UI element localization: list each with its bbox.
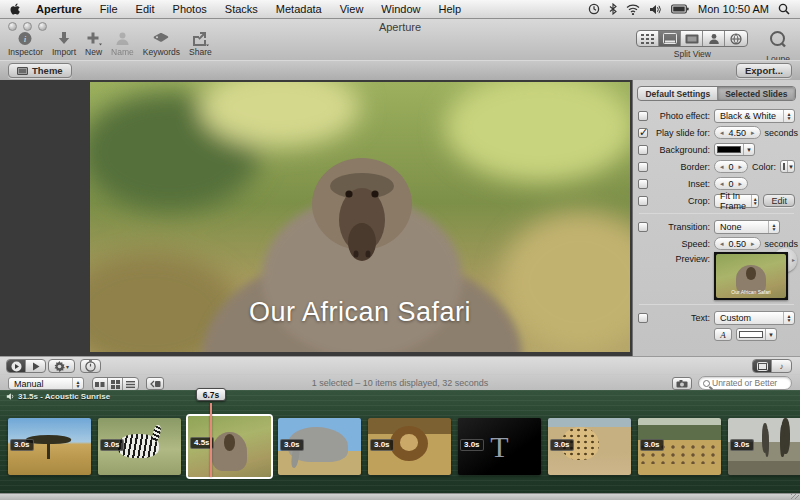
search-input[interactable] bbox=[712, 378, 782, 388]
photo-effect-select[interactable]: Black & White ▲▼ bbox=[714, 109, 795, 123]
viewer-button[interactable] bbox=[681, 31, 703, 46]
slideshow-action-menu[interactable]: ▾ bbox=[48, 359, 75, 373]
name-button[interactable]: Name bbox=[111, 31, 134, 57]
menu-item-edit[interactable]: Edit bbox=[127, 3, 164, 15]
menu-item-window[interactable]: Window bbox=[372, 3, 429, 15]
stepper-decrement-icon[interactable]: ◂ bbox=[720, 180, 724, 188]
text-label: Text: bbox=[652, 313, 710, 323]
search-field[interactable] bbox=[698, 376, 792, 390]
spotlight-icon[interactable] bbox=[778, 3, 790, 15]
border-stepper[interactable]: ◂ 0 ▸ bbox=[714, 160, 748, 173]
timeline-thumbnail[interactable]: 3.0s bbox=[278, 418, 361, 475]
menu-item-stacks[interactable]: Stacks bbox=[216, 3, 267, 15]
transition-checkbox[interactable] bbox=[638, 222, 648, 232]
menu-item-file[interactable]: File bbox=[91, 3, 127, 15]
audio-track[interactable]: 31.5s - Acoustic Sunrise bbox=[6, 392, 110, 401]
timeline-thumbnail[interactable]: 3.0s bbox=[728, 418, 800, 475]
stepper-increment-icon[interactable]: ▸ bbox=[739, 163, 743, 171]
swatch-arrow-icon[interactable]: ▼ bbox=[743, 144, 754, 155]
border-checkbox[interactable] bbox=[638, 162, 648, 172]
wifi-icon[interactable] bbox=[626, 4, 640, 15]
duration-button[interactable] bbox=[80, 359, 101, 373]
keywords-button[interactable]: Keywords bbox=[143, 31, 180, 57]
background-checkbox[interactable] bbox=[638, 145, 648, 155]
bluetooth-icon[interactable] bbox=[609, 3, 617, 15]
text-select[interactable]: Custom ▲▼ bbox=[714, 311, 795, 325]
inset-stepper[interactable]: ◂ 0 ▸ bbox=[714, 177, 748, 190]
crop-row: Crop: Fit In Frame ▲▼ Edit bbox=[633, 192, 800, 209]
timeline-thumbnail[interactable]: 3.0s bbox=[98, 418, 181, 475]
crop-select[interactable]: Fit In Frame ▲▼ bbox=[714, 194, 759, 208]
search-icon bbox=[703, 380, 710, 387]
stepper-decrement-icon[interactable]: ◂ bbox=[720, 163, 724, 171]
direction-right-icon[interactable]: ▸ bbox=[792, 256, 795, 263]
playhead-time-badge[interactable]: 6.7s bbox=[196, 388, 226, 401]
swatch-arrow-icon[interactable]: ▼ bbox=[787, 161, 794, 172]
timeline-thumbnail-selected[interactable]: 4.5s bbox=[188, 416, 271, 477]
timeline-thumbnail[interactable]: 3.0s bbox=[368, 418, 451, 475]
close-window-button[interactable] bbox=[8, 22, 17, 31]
places-button[interactable] bbox=[725, 31, 747, 46]
zoom-window-button[interactable] bbox=[38, 22, 47, 31]
menu-item-aperture[interactable]: Aperture bbox=[27, 3, 91, 15]
timeline-thumbnail[interactable]: 3.0s bbox=[548, 418, 631, 475]
slide-photo[interactable]: Our African Safari bbox=[90, 82, 630, 352]
browser-view-button[interactable] bbox=[637, 31, 659, 46]
battery-icon[interactable] bbox=[671, 4, 689, 14]
play-slideshow-button[interactable] bbox=[7, 360, 26, 372]
import-filter-button[interactable] bbox=[672, 377, 692, 390]
background-color-well[interactable]: ▼ bbox=[714, 143, 755, 156]
transition-select[interactable]: None ▲▼ bbox=[714, 220, 780, 234]
background-swatch bbox=[717, 146, 741, 153]
speed-row: Speed: ◂ 0.50 ▸ seconds bbox=[633, 235, 800, 252]
inset-checkbox[interactable] bbox=[638, 179, 648, 189]
stepper-decrement-icon[interactable]: ◂ bbox=[720, 129, 724, 137]
apple-menu[interactable] bbox=[0, 3, 27, 16]
font-button[interactable]: A bbox=[714, 328, 732, 341]
time-machine-icon[interactable] bbox=[588, 3, 600, 15]
tab-default-settings[interactable]: Default Settings bbox=[638, 87, 718, 100]
faces-button[interactable] bbox=[703, 31, 725, 46]
playhead-line[interactable] bbox=[210, 403, 212, 477]
export-button[interactable]: Export... bbox=[736, 63, 792, 78]
stepper-increment-icon[interactable]: ▸ bbox=[751, 240, 755, 248]
resize-grip-icon[interactable] bbox=[791, 494, 799, 499]
share-button[interactable]: Share bbox=[189, 31, 212, 57]
minimize-window-button[interactable] bbox=[23, 22, 32, 31]
speed-stepper[interactable]: ◂ 0.50 ▸ bbox=[714, 237, 761, 250]
loupe-icon[interactable] bbox=[769, 30, 787, 52]
stepper-decrement-icon[interactable]: ◂ bbox=[720, 240, 724, 248]
menu-clock[interactable]: Mon 10:50 AM bbox=[698, 3, 769, 15]
text-checkbox[interactable] bbox=[638, 313, 648, 323]
theme-button[interactable]: Theme bbox=[8, 63, 72, 78]
border-color-well[interactable]: ▼ bbox=[780, 160, 795, 173]
stepper-increment-icon[interactable]: ▸ bbox=[739, 180, 743, 188]
inspector-icon: i bbox=[17, 31, 33, 46]
menu-item-view[interactable]: View bbox=[331, 3, 373, 15]
crop-edit-button[interactable]: Edit bbox=[763, 194, 795, 207]
slides-tab-button[interactable] bbox=[753, 360, 772, 372]
crop-checkbox[interactable] bbox=[638, 196, 648, 206]
swatch-arrow-icon[interactable]: ▼ bbox=[765, 329, 776, 340]
import-button[interactable]: Import bbox=[52, 31, 76, 57]
menu-item-help[interactable]: Help bbox=[429, 3, 470, 15]
play-slide-stepper[interactable]: ◂ 4.50 ▸ bbox=[714, 126, 761, 139]
split-view-button[interactable] bbox=[659, 31, 681, 46]
timeline-thumbnail[interactable]: 3.0s bbox=[8, 418, 91, 475]
preview-play-button[interactable] bbox=[26, 360, 45, 372]
audio-tab-button[interactable]: ♪ bbox=[772, 360, 791, 372]
tab-selected-slides[interactable]: Selected Slides bbox=[718, 87, 794, 100]
inspector-button[interactable]: i Inspector bbox=[8, 31, 43, 57]
volume-icon[interactable] bbox=[649, 4, 662, 15]
play-slide-checkbox[interactable] bbox=[638, 128, 648, 138]
theme-icon bbox=[17, 67, 28, 75]
menu-item-metadata[interactable]: Metadata bbox=[267, 3, 331, 15]
stepper-increment-icon[interactable]: ▸ bbox=[751, 129, 755, 137]
menu-item-photos[interactable]: Photos bbox=[164, 3, 216, 15]
photo-effect-checkbox[interactable] bbox=[638, 111, 648, 121]
apple-icon bbox=[10, 3, 21, 16]
new-button[interactable]: New bbox=[85, 31, 102, 57]
text-color-well[interactable]: ▼ bbox=[736, 328, 777, 341]
timeline-thumbnail[interactable]: 3.0s bbox=[638, 418, 721, 475]
timeline-thumbnail[interactable]: T 3.0s bbox=[458, 418, 541, 475]
